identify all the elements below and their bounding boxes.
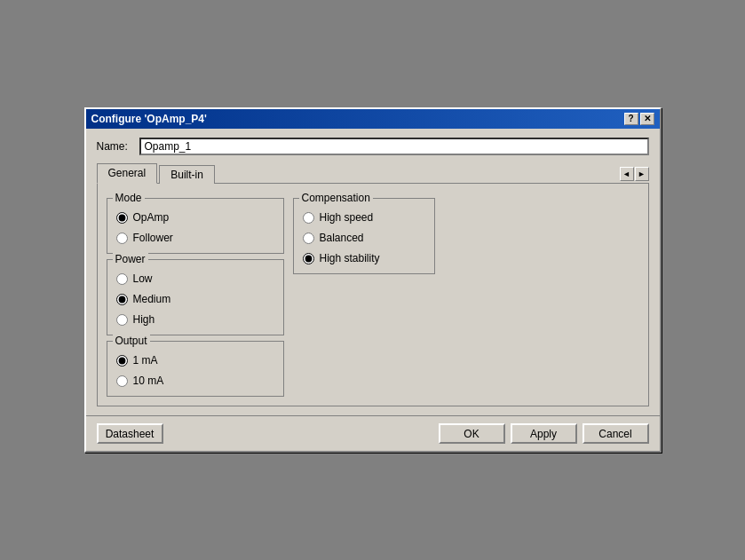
name-row: Name:	[97, 138, 649, 155]
power-high-label[interactable]: High	[133, 313, 155, 326]
power-high-radio[interactable]	[116, 314, 128, 326]
output-legend: Output	[113, 335, 150, 347]
tab-general[interactable]: General	[97, 163, 158, 184]
compensation-group: Compensation High speed Balanced	[293, 198, 435, 274]
output-group: Output 1 mA 10 mA	[107, 341, 284, 397]
name-label: Name:	[97, 140, 132, 153]
output-10ma-row: 10 mA	[116, 373, 274, 389]
title-bar: Configure 'OpAmp_P4' ? ✕	[86, 109, 660, 129]
title-bar-buttons: ? ✕	[624, 113, 654, 125]
mode-opamp-radio[interactable]	[116, 212, 128, 224]
power-legend: Power	[113, 253, 148, 265]
configure-dialog: Configure 'OpAmp_P4' ? ✕ Name: General B…	[84, 107, 662, 453]
comp-highspeed-label[interactable]: High speed	[320, 211, 374, 224]
mode-follower-label[interactable]: Follower	[133, 232, 173, 244]
mode-follower-row: Follower	[116, 230, 274, 246]
tab-nav-arrows: ◄ ►	[620, 167, 649, 183]
comp-highstability-label[interactable]: High stability	[320, 252, 380, 264]
output-options: 1 mA 10 mA	[116, 349, 274, 389]
tabs-container: General Built-in ◄ ► Mode	[97, 162, 649, 406]
dialog-body: Name: General Built-in ◄ ►	[86, 129, 660, 415]
tab-arrow-right[interactable]: ►	[635, 167, 649, 181]
power-group: Power Low Medium	[107, 259, 284, 335]
mode-legend: Mode	[113, 192, 145, 204]
close-button[interactable]: ✕	[640, 113, 654, 125]
footer-left: Datasheet	[97, 423, 163, 444]
output-10ma-radio[interactable]	[116, 375, 128, 387]
mode-follower-radio[interactable]	[116, 233, 128, 244]
power-high-row: High	[116, 312, 274, 327]
mode-group: Mode OpAmp Follower	[107, 198, 284, 254]
datasheet-button[interactable]: Datasheet	[97, 423, 163, 444]
comp-highspeed-radio[interactable]	[303, 212, 314, 224]
comp-highstability-radio[interactable]	[303, 253, 314, 264]
mode-options: OpAmp Follower	[116, 206, 274, 246]
compensation-legend: Compensation	[299, 192, 373, 204]
comp-highstability-row: High stability	[303, 250, 425, 266]
compensation-options: High speed Balanced High stability	[303, 206, 425, 266]
dialog-title: Configure 'OpAmp_P4'	[91, 113, 207, 125]
comp-balanced-radio[interactable]	[303, 233, 314, 244]
output-1ma-row: 1 mA	[116, 352, 274, 368]
power-options: Low Medium High	[116, 267, 274, 327]
ok-button[interactable]: OK	[439, 423, 505, 444]
right-panel: Compensation High speed Balanced	[293, 193, 435, 397]
power-medium-label[interactable]: Medium	[133, 293, 171, 305]
tab-content-general: Mode OpAmp Follower	[97, 184, 649, 406]
cancel-button[interactable]: Cancel	[583, 423, 649, 444]
output-10ma-label[interactable]: 10 mA	[133, 375, 164, 387]
tab-row: General Built-in ◄ ►	[97, 162, 649, 184]
left-panel: Mode OpAmp Follower	[107, 193, 284, 397]
mode-opamp-row: OpAmp	[116, 209, 274, 225]
tab-arrow-left[interactable]: ◄	[620, 167, 634, 181]
comp-balanced-row: Balanced	[303, 230, 425, 246]
output-1ma-radio[interactable]	[116, 355, 128, 367]
apply-button[interactable]: Apply	[511, 423, 577, 444]
comp-balanced-label[interactable]: Balanced	[320, 232, 364, 244]
help-button[interactable]: ?	[624, 113, 638, 125]
comp-highspeed-row: High speed	[303, 209, 425, 225]
power-medium-radio[interactable]	[116, 294, 128, 305]
output-1ma-label[interactable]: 1 mA	[133, 354, 158, 367]
name-input[interactable]	[139, 138, 649, 155]
dialog-footer: Datasheet OK Apply Cancel	[86, 415, 660, 451]
tab-builtin[interactable]: Built-in	[159, 165, 215, 184]
power-low-label[interactable]: Low	[133, 272, 153, 285]
power-low-row: Low	[116, 271, 274, 287]
power-medium-row: Medium	[116, 291, 274, 307]
mode-opamp-label[interactable]: OpAmp	[133, 211, 170, 224]
footer-right: OK Apply Cancel	[439, 423, 649, 444]
power-low-radio[interactable]	[116, 273, 128, 285]
